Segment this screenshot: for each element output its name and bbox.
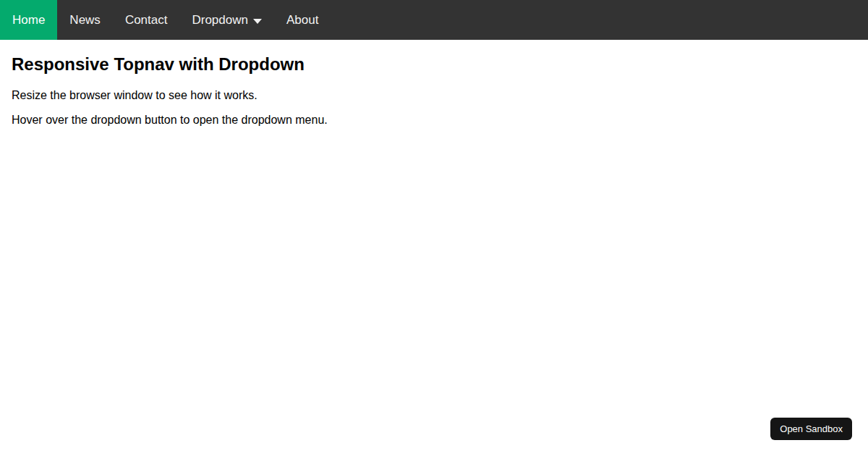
nav-item-about[interactable]: About: [274, 0, 331, 40]
intro-text: Resize the browser window to see how it …: [12, 89, 856, 102]
open-sandbox-button[interactable]: Open Sandbox: [770, 418, 852, 440]
nav-item-home[interactable]: Home: [0, 0, 57, 40]
page-content: Responsive Topnav with Dropdown Resize t…: [0, 54, 868, 127]
nav-item-news[interactable]: News: [57, 0, 113, 40]
hint-text: Hover over the dropdown button to open t…: [12, 114, 856, 127]
nav-item-dropdown[interactable]: Dropdown: [179, 0, 274, 40]
nav-item-dropdown-label: Dropdown: [192, 13, 248, 28]
nav-item-contact[interactable]: Contact: [113, 0, 180, 40]
page-title: Responsive Topnav with Dropdown: [12, 54, 856, 75]
caret-down-icon: [253, 19, 262, 24]
top-navigation: Home News Contact Dropdown About: [0, 0, 868, 40]
